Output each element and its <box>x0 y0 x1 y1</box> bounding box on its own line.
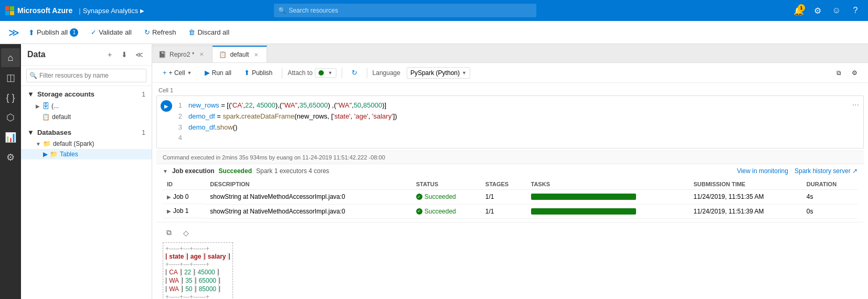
refresh-nb-button[interactable]: ↻ <box>347 67 362 79</box>
azure-title: Microsoft Azure <box>17 6 72 15</box>
tab-default-close[interactable]: ✕ <box>252 50 260 59</box>
refresh-nb-icon: ↻ <box>352 69 357 77</box>
job1-duration: 0s <box>802 204 858 218</box>
filter-icon[interactable]: ⬇ <box>118 48 131 61</box>
job0-desc: showString at NativeMethodAccessorImpl.j… <box>206 190 411 205</box>
help-icon[interactable]: ? <box>848 3 863 18</box>
spark-history-link[interactable]: Spark history server ↗ <box>795 167 858 175</box>
publish-button[interactable]: ⬆ Publish <box>240 67 277 79</box>
nb-toolbar-right: ⧉ ⚙ <box>832 67 862 79</box>
copy-output-button[interactable]: ⧉ <box>163 227 175 239</box>
green-status-dot <box>319 70 324 76</box>
notebook-toolbar: + + Cell ▼ ▶ Run all ⬆ Publish Attach to… <box>152 63 868 83</box>
publish-all-label: Publish all <box>37 28 68 36</box>
default-spark-label: default (Spark) <box>53 140 94 147</box>
tab-repro2[interactable]: 📓 Repro2 * ✕ <box>152 46 213 62</box>
expand-icon[interactable]: ≫ <box>6 25 21 40</box>
sidebar-search-icon: 🔍 <box>29 72 37 79</box>
tables-label: Tables <box>60 151 78 158</box>
spark-expand-icon: ▼ <box>36 141 41 147</box>
job0-status-badge: ✓ Succeeded <box>416 193 477 200</box>
db-expand-icon: ▼ <box>27 129 34 136</box>
tree-item-tables[interactable]: ▶ 📁 Tables <box>21 149 152 159</box>
smiley-icon[interactable]: ☺ <box>829 3 844 18</box>
search-input[interactable] <box>274 4 536 17</box>
storage-accounts-header[interactable]: ▼ Storage accounts 1 <box>21 88 152 100</box>
run-all-button[interactable]: ▶ Run all <box>200 67 236 79</box>
table-row: ▶ Job 0 showString at NativeMethodAccess… <box>163 190 858 205</box>
language-chevron: ▼ <box>462 70 467 76</box>
sidebar-header: Data + ⬇ ≪ <box>21 44 152 66</box>
language-dropdown[interactable]: PySpark (Python) ▼ <box>407 67 470 79</box>
content-area: 📓 Repro2 * ✕ 📋 default ✕ + + Cell ▼ ▶ Ru… <box>152 44 868 299</box>
activity-home-icon[interactable]: ⌂ <box>1 48 20 67</box>
notification-icon[interactable]: 🔔 1 <box>791 3 806 18</box>
cell-area: Cell 1 ▶ 1 new_rows = [('CA',22, 45000),… <box>152 83 868 299</box>
col-duration: DURATION <box>802 179 858 190</box>
add-icon[interactable]: + <box>103 48 116 61</box>
attach-label: Attach to <box>288 69 312 77</box>
databases-label: Databases <box>37 129 71 136</box>
publish-all-button[interactable]: ⬆ Publish all 1 <box>23 26 83 39</box>
sidebar-search: 🔍 <box>21 66 152 86</box>
search-bar: 🔍 <box>274 4 536 17</box>
publish-count: 1 <box>70 28 78 37</box>
search-icon: 🔍 <box>278 7 286 14</box>
storage-root-label: (... <box>51 102 59 110</box>
sidebar: Data + ⬇ ≪ 🔍 ▼ Storage accounts 1 <box>21 44 152 299</box>
code-line-2: 2 demo_df = spark.createDataFrame(new_ro… <box>178 111 850 122</box>
job-expand-icon[interactable]: ▼ <box>163 168 168 174</box>
cell-more-button[interactable]: ··· <box>852 96 863 148</box>
tree-item-default-spark[interactable]: ▼ 📁 default (Spark) <box>21 138 152 149</box>
job1-progress-fill <box>531 208 636 215</box>
tab-repro2-close[interactable]: ✕ <box>197 50 206 59</box>
run-all-label: Run all <box>212 69 231 77</box>
collapse-icon[interactable]: ≪ <box>133 48 145 61</box>
add-cell-button[interactable]: + + Cell ▼ <box>158 67 196 79</box>
code-cell: ▶ 1 new_rows = [('CA',22, 45000),("WA",3… <box>156 95 864 148</box>
refresh-button[interactable]: ↻ Refresh <box>139 26 182 39</box>
tab-default-label: default <box>230 51 249 58</box>
split-view-button[interactable]: ⧉ <box>832 67 845 79</box>
job1-status-badge: ✓ Succeeded <box>416 208 477 215</box>
tab-default[interactable]: 📋 default ✕ <box>213 46 267 62</box>
attach-dropdown[interactable]: ▼ <box>315 68 336 78</box>
more-options-button[interactable]: ⚙ <box>848 67 862 79</box>
cell-run-button[interactable]: ▶ <box>157 96 176 148</box>
activity-integrate-icon[interactable]: ⬡ <box>1 108 20 127</box>
validate-all-button[interactable]: ✓ Validate all <box>86 26 137 39</box>
activity-bar: ⌂ ◫ { } ⬡ 📊 ⚙ <box>0 44 21 299</box>
activity-data-icon[interactable]: ◫ <box>1 68 20 87</box>
sidebar-header-icons: + ⬇ ≪ <box>103 48 145 61</box>
view-monitoring-link[interactable]: View in monitoring <box>737 167 788 175</box>
col-status: STATUS <box>412 179 481 190</box>
activity-manage-icon[interactable]: ⚙ <box>1 148 20 167</box>
job1-id[interactable]: ▶ Job 1 <box>163 204 206 218</box>
activity-develop-icon[interactable]: { } <box>1 88 20 107</box>
job-table-header-row: ID DESCRIPTION STATUS STAGES TASKS SUBMI… <box>163 179 858 190</box>
storage-count: 1 <box>142 91 145 98</box>
job0-id[interactable]: ▶ Job 0 <box>163 190 206 204</box>
output-table: +-----+---+------+ |state|age|salary| +-… <box>163 242 233 299</box>
job0-expand[interactable]: ▶ <box>167 194 171 200</box>
tabs-bar: 📓 Repro2 * ✕ 📋 default ✕ <box>152 44 868 63</box>
activity-monitor-icon[interactable]: 📊 <box>1 128 20 147</box>
job1-progress-bar <box>531 208 636 215</box>
databases-header[interactable]: ▼ Databases 1 <box>21 126 152 138</box>
breadcrumb-expand-icon[interactable]: ▶ <box>140 8 144 14</box>
storage-section-title: ▼ Storage accounts <box>27 90 94 98</box>
job0-status-dot: ✓ <box>416 194 422 200</box>
settings-icon[interactable]: ⚙ <box>810 3 825 18</box>
job1-desc: showString at NativeMethodAccessorImpl.j… <box>206 204 411 218</box>
clear-output-button[interactable]: ◇ <box>179 227 192 239</box>
code-lines[interactable]: 1 new_rows = [('CA',22, 45000),("WA",35,… <box>176 96 852 148</box>
job0-progress-fill <box>531 194 636 200</box>
job1-expand[interactable]: ▶ <box>167 208 171 214</box>
refresh-label: Refresh <box>152 28 176 36</box>
discard-all-button[interactable]: 🗑 Discard all <box>183 26 235 39</box>
attach-to-group: Attach to ▼ <box>288 68 336 78</box>
tree-item-default[interactable]: 📋 default <box>21 112 152 122</box>
tree-item-storage-root[interactable]: ▶ 🗄 (... <box>21 100 152 112</box>
sidebar-search-input[interactable] <box>26 69 146 82</box>
job-links: View in monitoring Spark history server … <box>737 167 858 175</box>
